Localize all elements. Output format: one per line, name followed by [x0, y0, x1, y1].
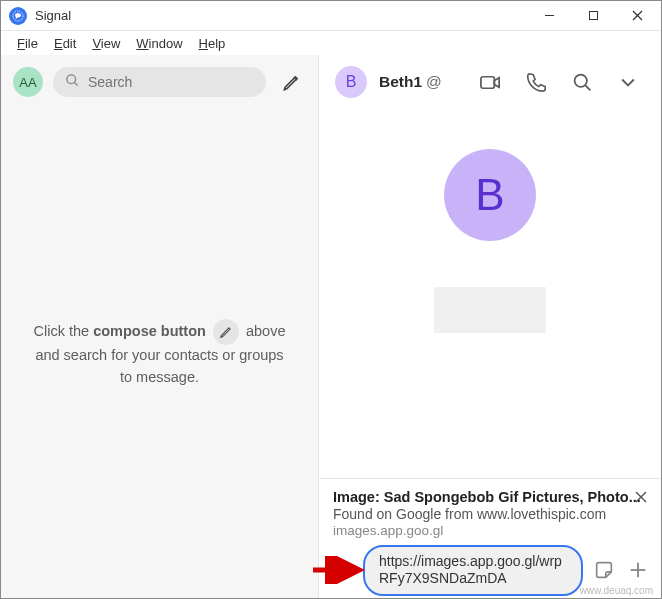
image-placeholder: [434, 287, 546, 333]
maximize-button[interactable]: [571, 2, 615, 30]
empty-text-2: and search for your contacts or groups: [35, 347, 283, 363]
svg-line-6: [74, 82, 77, 85]
video-call-button[interactable]: [473, 65, 507, 99]
svg-rect-8: [480, 76, 493, 88]
chevron-down-icon[interactable]: [611, 65, 645, 99]
svg-point-14: [339, 568, 340, 569]
search-input-wrapper[interactable]: [53, 67, 266, 97]
search-input[interactable]: [88, 74, 254, 90]
link-preview-subtitle: Found on Google from www.lovethispic.com: [333, 506, 647, 522]
attach-button[interactable]: [625, 557, 651, 583]
empty-text-1b: above: [246, 323, 286, 339]
contact-avatar-large: B: [444, 149, 536, 241]
contact-name[interactable]: Beth1 @: [379, 73, 442, 91]
window-titlebar: Signal: [1, 1, 661, 31]
user-avatar[interactable]: AA: [13, 67, 43, 97]
minimize-button[interactable]: [527, 2, 571, 30]
svg-rect-2: [589, 12, 597, 20]
link-preview: Image: Sad Spongebob Gif Pictures, Photo…: [319, 478, 661, 546]
voice-call-button[interactable]: [519, 65, 553, 99]
svg-point-9: [574, 74, 586, 86]
compose-button[interactable]: [276, 67, 306, 97]
menu-view[interactable]: View: [84, 34, 128, 53]
empty-text-bold: compose button: [93, 323, 206, 339]
empty-text-1a: Click the: [34, 323, 94, 339]
sidebar: AA Click the compose button above and se…: [1, 55, 319, 598]
link-preview-close-button[interactable]: [631, 487, 651, 507]
sidebar-empty-state: Click the compose button above and searc…: [1, 109, 318, 598]
svg-point-13: [333, 561, 350, 578]
main-area: AA Click the compose button above and se…: [1, 55, 661, 598]
menu-edit[interactable]: Edit: [46, 34, 84, 53]
search-icon: [65, 73, 80, 91]
menu-window[interactable]: Window: [128, 34, 190, 53]
titlebar-left: Signal: [9, 7, 71, 25]
pencil-icon: [213, 319, 239, 345]
contact-avatar-small[interactable]: B: [335, 66, 367, 98]
emoji-button[interactable]: [329, 557, 355, 583]
menu-help[interactable]: Help: [191, 34, 234, 53]
conversation-header: B Beth1 @: [319, 55, 661, 109]
sidebar-top: AA: [1, 55, 318, 109]
window-controls: [527, 2, 659, 30]
sticker-button[interactable]: [591, 557, 617, 583]
close-button[interactable]: [615, 2, 659, 30]
menu-file[interactable]: File: [9, 34, 46, 53]
menu-bar: File Edit View Window Help: [1, 31, 661, 55]
svg-point-5: [67, 75, 76, 84]
link-preview-title: Image: Sad Spongebob Gif Pictures, Photo…: [333, 489, 647, 505]
svg-line-10: [585, 85, 590, 90]
at-badge-icon: @: [426, 73, 442, 91]
empty-text-3: to message.: [120, 369, 199, 385]
app-icon: [9, 7, 27, 25]
app-title: Signal: [35, 8, 71, 23]
message-input[interactable]: https://images.app.goo.gl/wrpRFy7X9SNDaZ…: [363, 545, 583, 596]
search-conversation-button[interactable]: [565, 65, 599, 99]
link-preview-domain: images.app.goo.gl: [333, 523, 647, 538]
svg-point-15: [344, 568, 345, 569]
conversation-pane: B Beth1 @ B: [319, 55, 661, 598]
watermark: www.deuaq.com: [580, 585, 653, 596]
